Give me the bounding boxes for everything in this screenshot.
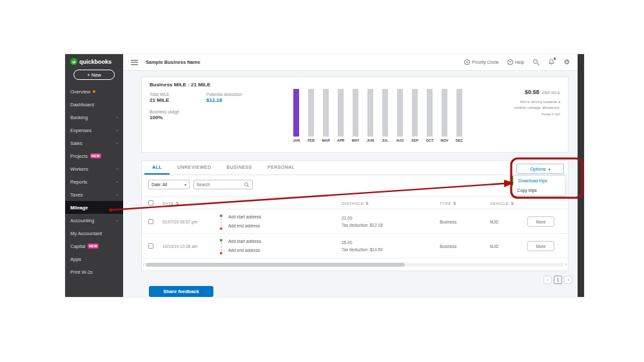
bar-label: MAR bbox=[322, 138, 330, 142]
tab-unreviewed[interactable]: UNREVIEWED bbox=[170, 161, 219, 175]
topbar-actions: Priority Circle ? Help ⚙ bbox=[464, 58, 570, 66]
bar bbox=[397, 89, 403, 137]
sidebar-item-label: Dashboard bbox=[70, 102, 94, 108]
add-end-address-link[interactable]: Add end address bbox=[228, 222, 261, 231]
priority-circle-icon bbox=[464, 59, 470, 65]
menu-item-download-trips[interactable]: Download trips bbox=[512, 176, 565, 186]
scroll-left-icon[interactable]: ‹ bbox=[143, 262, 144, 267]
sidebar-item-label: Overview bbox=[70, 89, 90, 95]
sidebar-item-reports[interactable]: Reports › bbox=[65, 175, 123, 188]
search-icon[interactable] bbox=[532, 59, 540, 66]
sidebar-item-apps[interactable]: Apps bbox=[65, 252, 123, 265]
quickbooks-logo-icon: qb bbox=[70, 58, 77, 65]
sidebar-item-print-w2s[interactable]: Print W-2s bbox=[65, 265, 123, 278]
current-page-button[interactable]: 1 bbox=[554, 276, 562, 284]
quickbooks-logo-text: quickbooks bbox=[79, 59, 112, 65]
notifications-button[interactable] bbox=[548, 58, 555, 66]
row-checkbox[interactable] bbox=[148, 219, 153, 224]
scrollbar-track[interactable] bbox=[146, 263, 563, 267]
sidebar-item-dashboard[interactable]: Dashboard bbox=[65, 98, 123, 111]
window-edge-strip bbox=[578, 54, 584, 297]
chevron-right-icon: › bbox=[116, 179, 118, 185]
menu-item-copy-trips[interactable]: Copy trips bbox=[512, 186, 565, 195]
date-filter-dropdown[interactable]: Date: All ▾ bbox=[148, 180, 190, 189]
next-page-button[interactable]: › bbox=[564, 276, 572, 284]
add-end-address-link[interactable]: Add end address bbox=[228, 246, 261, 255]
bar-label: NOV bbox=[441, 138, 449, 142]
potential-deduction-value: $12.18 bbox=[206, 97, 222, 103]
bar-label: JUL bbox=[382, 138, 388, 142]
row-checkbox[interactable] bbox=[148, 243, 153, 249]
sidebar-item-banking[interactable]: Banking › bbox=[65, 111, 123, 124]
sidebar-item-label: My Accountant bbox=[70, 231, 102, 236]
sort-icon: ⇅ bbox=[176, 201, 180, 205]
sidebar-nav: Overview Dashboard Banking › Expenses › … bbox=[65, 85, 123, 278]
bar-cell-aug: AUG bbox=[393, 89, 407, 142]
gear-icon[interactable]: ⚙ bbox=[563, 58, 570, 66]
notification-dot bbox=[554, 57, 556, 60]
chevron-right-icon: › bbox=[116, 166, 118, 172]
hamburger-menu-icon[interactable] bbox=[131, 60, 138, 65]
sidebar-item-mileage[interactable]: Mileage bbox=[65, 201, 123, 214]
sort-icon: ⇅ bbox=[366, 201, 369, 205]
column-label: VEHICLE bbox=[490, 202, 509, 205]
tab-business[interactable]: BUSINESS bbox=[219, 161, 260, 175]
column-header-distance[interactable]: DISTANCE ⇅ bbox=[342, 201, 369, 205]
trip-addresses: Add start address Add end address bbox=[228, 213, 261, 231]
tax-deduction: Tax deduction: $12.18 bbox=[342, 222, 383, 229]
column-header-vehicle[interactable]: VEHICLE ⇅ bbox=[490, 201, 514, 205]
tab-all[interactable]: ALL bbox=[144, 161, 170, 175]
priority-circle-button[interactable]: Priority Circle bbox=[464, 59, 499, 65]
business-usage-value: 100% bbox=[150, 115, 162, 120]
bar-label: OCT bbox=[426, 138, 434, 142]
sidebar-item-capital[interactable]: Capital NEW bbox=[65, 240, 123, 252]
bar bbox=[293, 89, 299, 137]
column-label: DATE bbox=[162, 202, 174, 205]
route-end-dot bbox=[220, 227, 222, 230]
sidebar-item-expenses[interactable]: Expenses › bbox=[65, 124, 123, 137]
page: qb quickbooks + New Overview Dashboard B… bbox=[0, 0, 644, 362]
options-button[interactable]: Options ▾ bbox=[516, 164, 564, 174]
bar bbox=[323, 89, 329, 137]
sidebar-item-workers[interactable]: Workers › bbox=[65, 162, 123, 175]
bar bbox=[412, 89, 418, 137]
help-icon: ? bbox=[507, 59, 513, 65]
bar-cell-oct: OCT bbox=[422, 89, 437, 142]
sidebar-item-projects[interactable]: Projects NEW bbox=[65, 149, 123, 162]
overview-status-dot bbox=[93, 90, 95, 93]
sidebar-item-accounting[interactable]: Accounting › bbox=[65, 214, 123, 227]
tab-personal[interactable]: PERSONAL bbox=[260, 161, 302, 175]
add-start-address-link[interactable]: Add start address bbox=[228, 213, 261, 222]
new-button[interactable]: + New bbox=[73, 70, 115, 80]
bar bbox=[353, 89, 358, 137]
search-input[interactable] bbox=[197, 182, 242, 187]
more-button[interactable]: More bbox=[527, 241, 554, 251]
column-header-date[interactable]: DATE ⇅ bbox=[162, 201, 179, 205]
bar-cell-sep: SEP bbox=[407, 89, 422, 142]
bar bbox=[308, 89, 314, 137]
prev-page-button[interactable]: ‹ bbox=[543, 276, 552, 284]
add-start-address-link[interactable]: Add start address bbox=[228, 237, 261, 246]
total-mile-label: Total MILE bbox=[150, 92, 170, 97]
mileage-summary-card: Business MILE : 21 MILE Total MILE 21 MI… bbox=[141, 77, 569, 153]
trip-type: Business bbox=[440, 244, 456, 249]
bar-label: JUN bbox=[367, 138, 374, 142]
sidebar-item-overview[interactable]: Overview bbox=[65, 85, 123, 98]
scrollbar-thumb[interactable] bbox=[146, 263, 405, 267]
sidebar-item-label: Apps bbox=[70, 256, 81, 262]
column-header-type[interactable]: TYPE ⇅ bbox=[440, 201, 456, 205]
share-feedback-button[interactable]: Share feedback bbox=[149, 286, 213, 297]
more-button[interactable]: More bbox=[527, 216, 554, 227]
help-button[interactable]: ? Help bbox=[507, 59, 524, 65]
monthly-mileage-bar-chart: JAN FEB MAR APR MAY JUN JUL AUG SEP OCT … bbox=[289, 89, 467, 142]
sidebar-item-my-accountant[interactable]: My Accountant bbox=[65, 227, 123, 240]
search-icon bbox=[244, 182, 249, 187]
scroll-right-icon[interactable]: › bbox=[565, 262, 567, 267]
select-all-checkbox[interactable] bbox=[148, 200, 153, 205]
potential-deduction-label: Potential deduction bbox=[206, 92, 242, 97]
sidebar-item-taxes[interactable]: Taxes › bbox=[65, 188, 123, 201]
trip-distance: 21.00 Tax deduction: $12.18 bbox=[342, 214, 383, 229]
sidebar-item-label: Banking bbox=[70, 115, 88, 120]
sidebar-item-sales[interactable]: Sales › bbox=[65, 137, 123, 149]
options-button-label: Options bbox=[530, 167, 545, 171]
